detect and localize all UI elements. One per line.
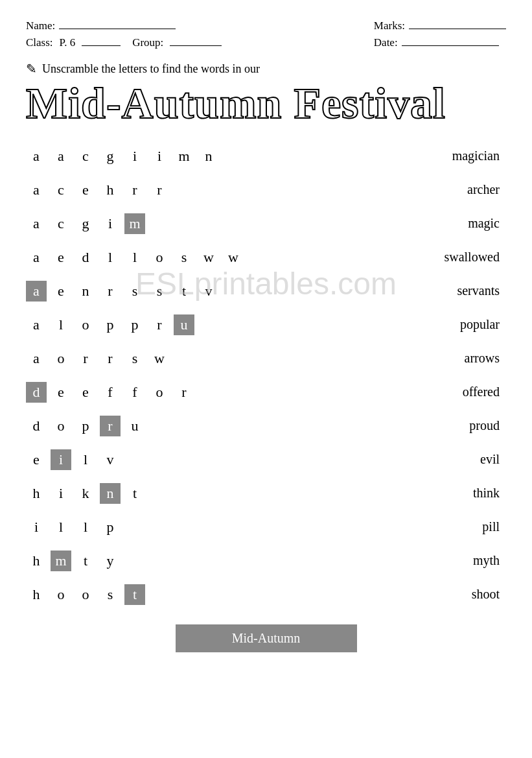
answer-word: think bbox=[402, 477, 506, 510]
letter-cell: s bbox=[124, 348, 145, 369]
letter-cell: o bbox=[51, 416, 71, 436]
letter-cell: f bbox=[124, 382, 145, 403]
letter-cell: h bbox=[100, 180, 121, 200]
letter-cell: t bbox=[124, 483, 145, 504]
letter-cell: d bbox=[26, 416, 47, 436]
letter-cell: i bbox=[51, 483, 71, 504]
letter-cell: a bbox=[26, 348, 47, 369]
letter-cell: s bbox=[100, 584, 121, 605]
answer-word: magician bbox=[402, 139, 506, 173]
letter-cell: r bbox=[149, 314, 170, 335]
letter-cell: o bbox=[149, 247, 170, 268]
letter-cell: t bbox=[174, 281, 194, 302]
letter-cell: o bbox=[51, 584, 71, 605]
answer-word: popular bbox=[402, 308, 506, 342]
letter-cell: l bbox=[51, 314, 71, 335]
letter-cell: r bbox=[100, 348, 121, 369]
letter-row: hiknt bbox=[26, 477, 402, 510]
letter-cell: g bbox=[100, 146, 121, 167]
letter-cell: h bbox=[26, 551, 47, 571]
letter-cell: l bbox=[51, 517, 71, 538]
hand-icon: ✎ bbox=[26, 61, 37, 77]
answer-word: archer bbox=[402, 173, 506, 207]
letter-row: aenrsstv bbox=[26, 274, 402, 308]
letter-row: dopru bbox=[26, 409, 402, 443]
letter-cell: l bbox=[75, 517, 96, 538]
group-underline bbox=[170, 45, 222, 46]
answer-word: evil bbox=[402, 443, 506, 477]
letter-cell: h bbox=[26, 483, 47, 504]
marks-label: Marks: bbox=[374, 19, 405, 32]
letter-cell: r bbox=[174, 382, 194, 403]
letter-cell: m bbox=[51, 551, 71, 571]
answers-column: magicianarchermagicswallowedservantspopu… bbox=[402, 139, 506, 611]
answer-word: magic bbox=[402, 207, 506, 241]
letter-row: deeffor bbox=[26, 375, 402, 409]
footer-bar: Mid-Autumn bbox=[176, 624, 357, 652]
letters-column: aacgiimnacehrracgimaedlloswwaenrsstvalop… bbox=[26, 139, 402, 611]
answer-word: proud bbox=[402, 409, 506, 443]
letter-cell: c bbox=[51, 213, 71, 234]
marks-underline bbox=[409, 29, 506, 29]
class-underline bbox=[82, 45, 121, 46]
letter-cell: a bbox=[26, 180, 47, 200]
footer-label: Mid-Autumn bbox=[232, 631, 301, 645]
letter-cell: a bbox=[26, 281, 47, 302]
letter-cell: s bbox=[149, 281, 170, 302]
header-right: Marks: Date: bbox=[374, 19, 506, 49]
letter-row: acgim bbox=[26, 207, 402, 241]
letter-cell: l bbox=[75, 449, 96, 470]
letter-cell: e bbox=[26, 449, 47, 470]
answer-word: swallowed bbox=[402, 241, 506, 274]
letter-cell: w bbox=[198, 247, 219, 268]
answer-word: servants bbox=[402, 274, 506, 308]
letter-cell: d bbox=[75, 247, 96, 268]
letter-cell: p bbox=[100, 517, 121, 538]
letter-cell: r bbox=[100, 281, 121, 302]
date-underline bbox=[402, 45, 499, 46]
name-label: Name: bbox=[26, 19, 55, 32]
letter-cell: v bbox=[198, 281, 219, 302]
letter-cell: e bbox=[51, 281, 71, 302]
letter-cell: r bbox=[149, 180, 170, 200]
letter-cell: i bbox=[26, 517, 47, 538]
instruction-text: Unscramble the letters to find the words… bbox=[42, 62, 260, 76]
date-label: Date: bbox=[374, 36, 398, 49]
letter-cell: w bbox=[223, 247, 244, 268]
letter-cell: p bbox=[75, 416, 96, 436]
letter-cell: y bbox=[100, 551, 121, 571]
letter-row: acehrr bbox=[26, 173, 402, 207]
letter-cell: m bbox=[124, 213, 145, 234]
letter-row: eilv bbox=[26, 443, 402, 477]
letter-cell: t bbox=[124, 584, 145, 605]
letter-cell: v bbox=[100, 449, 121, 470]
letter-cell: a bbox=[26, 247, 47, 268]
letter-cell: w bbox=[149, 348, 170, 369]
answer-word: myth bbox=[402, 544, 506, 578]
answer-word: shoot bbox=[402, 578, 506, 611]
letter-cell: f bbox=[100, 382, 121, 403]
answer-word: pill bbox=[402, 510, 506, 544]
letter-cell: i bbox=[149, 146, 170, 167]
marks-field: Marks: bbox=[374, 19, 506, 32]
letter-cell: n bbox=[100, 483, 121, 504]
letter-cell: c bbox=[51, 180, 71, 200]
letter-cell: l bbox=[124, 247, 145, 268]
answer-word: offered bbox=[402, 375, 506, 409]
letter-row: hoost bbox=[26, 578, 402, 611]
letter-cell: e bbox=[51, 382, 71, 403]
letter-cell: p bbox=[124, 314, 145, 335]
letter-cell: a bbox=[26, 314, 47, 335]
class-value: P. 6 bbox=[60, 36, 76, 49]
letter-cell: h bbox=[26, 584, 47, 605]
letter-cell: i bbox=[100, 213, 121, 234]
group-label: Group: bbox=[132, 36, 163, 49]
letter-cell: e bbox=[51, 247, 71, 268]
letter-row: aedllosww bbox=[26, 241, 402, 274]
letter-cell: r bbox=[124, 180, 145, 200]
page-title: Mid-Autumn Festival bbox=[26, 79, 506, 128]
letter-cell: c bbox=[75, 146, 96, 167]
letter-cell: s bbox=[174, 247, 194, 268]
letter-cell: e bbox=[75, 382, 96, 403]
letter-row: aacgiimn bbox=[26, 139, 402, 173]
